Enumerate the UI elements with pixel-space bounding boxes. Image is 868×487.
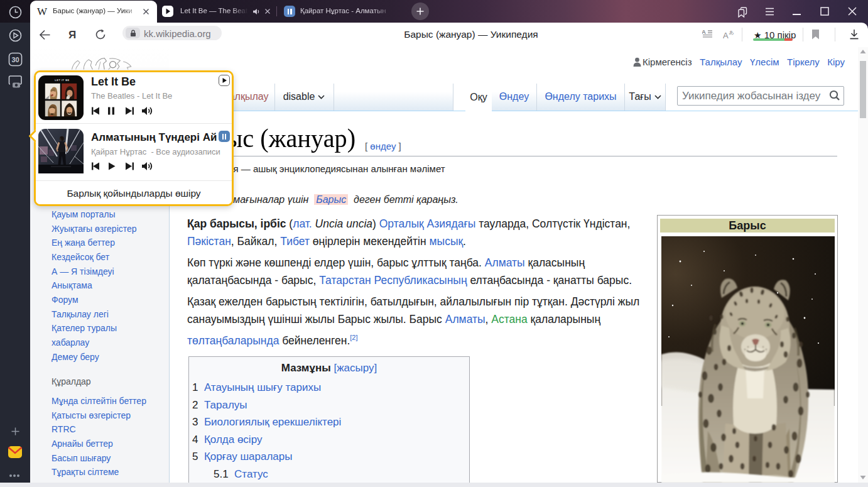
- svg-text:LET IT BE: LET IT BE: [55, 79, 69, 82]
- svg-text:30: 30: [11, 56, 19, 63]
- svg-text:A: A: [702, 30, 706, 35]
- svg-text:ぁ: ぁ: [728, 28, 734, 35]
